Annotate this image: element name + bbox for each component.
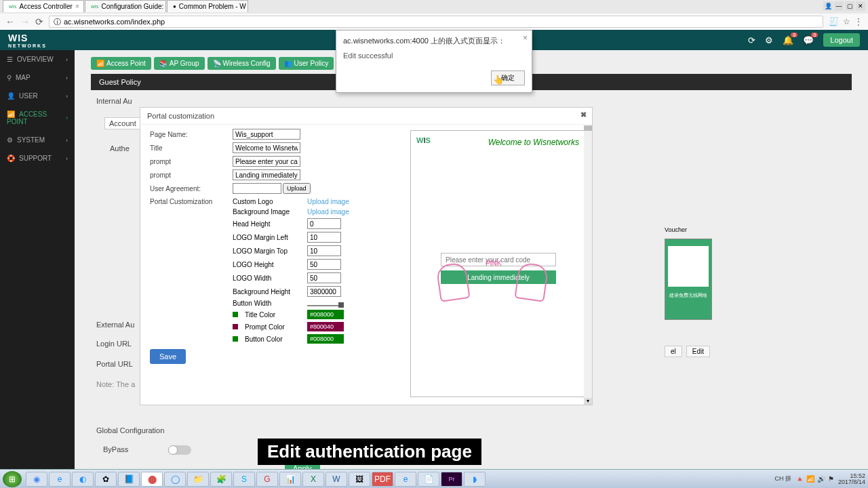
title-color-value[interactable]: #008000 [307, 310, 344, 319]
logo-margin-top-input[interactable] [307, 245, 341, 256]
explorer-icon[interactable]: 📁 [187, 472, 209, 487]
dialog-title: Portal customization ✖ [140, 108, 592, 125]
volume-icon[interactable]: 🔊 [817, 475, 825, 483]
app-icon[interactable]: 📄 [418, 472, 439, 487]
alert-close-icon[interactable]: × [523, 33, 528, 43]
ie-icon[interactable]: e [395, 472, 416, 487]
browser-tab-1[interactable]: wis Configuration Guide: × [85, 0, 166, 12]
scrollbar-thumb[interactable] [584, 125, 592, 131]
app-icon[interactable]: 🧩 [210, 472, 232, 487]
chevron-right-icon: › [66, 155, 68, 162]
window-maximize-icon[interactable]: ▢ [845, 1, 854, 11]
dialog-close-icon[interactable]: ✖ [580, 110, 587, 119]
pill-ap-group[interactable]: 📚 AP Group [154, 57, 205, 70]
sidebar-item-system[interactable]: ⚙SYSTEM› [0, 131, 75, 149]
window-user-icon[interactable]: 👤 [823, 1, 833, 11]
app-icon[interactable]: ◗ [464, 472, 486, 487]
page-name-label: Page Name: [150, 131, 233, 138]
head-height-input[interactable] [307, 218, 341, 229]
tray-icon[interactable]: 🔺 [795, 475, 804, 483]
alerts-icon[interactable]: 🔔0 [783, 35, 793, 45]
ie-icon[interactable]: e [49, 472, 71, 487]
internal-auth-label: Internal Au [96, 97, 132, 105]
sidebar-label: USER [19, 92, 38, 100]
logo-width-input[interactable] [307, 272, 341, 283]
logo-margin-left-input[interactable] [307, 232, 341, 243]
upload-button[interactable]: Upload [283, 183, 311, 194]
save-button[interactable]: Save [150, 349, 186, 364]
scroll-down-icon[interactable]: ▾ [584, 398, 592, 405]
voucher-preview: 建录免费无线网络 [665, 239, 712, 320]
logo-margin-left-label: LOGO Margin Left [233, 234, 307, 241]
pill-wireless-config[interactable]: 📡 Wireless Config [208, 57, 276, 70]
back-icon[interactable]: ← [5, 16, 15, 27]
pill-user-policy[interactable]: 👥 User Policy [279, 57, 334, 70]
pill-access-point[interactable]: 📶 Access Point [91, 57, 151, 70]
app-icon[interactable]: ◯ [164, 472, 186, 487]
preview-box: WIS Welcome to Wisnetworks PINK Landing … [410, 130, 587, 397]
app-icon[interactable]: 📘 [118, 472, 140, 487]
premiere-icon[interactable]: Pr [441, 472, 462, 487]
prompt-color-value[interactable]: #800040 [307, 322, 344, 331]
network-icon[interactable]: 📶 [806, 475, 814, 483]
url-input[interactable]: ⓘ ac.wisnetworks.com/index.php [49, 16, 823, 28]
bypass-toggle[interactable] [168, 445, 191, 455]
menu-icon[interactable]: ⋮ [854, 17, 863, 26]
app-icon[interactable]: ◐ [72, 472, 94, 487]
app-icon[interactable]: G [256, 472, 278, 487]
reload-icon[interactable]: ⟳ [35, 16, 43, 27]
settings-icon[interactable]: ⚙ [765, 35, 773, 45]
user-icon: 👤 [7, 92, 15, 100]
sidebar-item-support[interactable]: 🛟SUPPORT› [0, 149, 75, 167]
excel-icon[interactable]: X [302, 472, 324, 487]
refresh-icon[interactable]: ⟳ [748, 35, 755, 45]
account-tab[interactable]: Account [104, 117, 141, 129]
skype-icon[interactable]: S [233, 472, 255, 487]
messages-icon[interactable]: 💬0 [803, 35, 814, 45]
title-color-swatch [233, 312, 238, 317]
prompt1-input[interactable] [233, 156, 300, 167]
note-text: Note: The a [96, 380, 135, 388]
sidebar-item-access-point[interactable]: 📶ACCESS POINT› [0, 105, 75, 131]
button-width-slider[interactable] [307, 305, 341, 306]
dialog-scrollbar[interactable]: ▾ [584, 125, 592, 405]
browser-tab-0[interactable]: wis Access Controller × [3, 0, 84, 12]
ua-input[interactable] [233, 183, 281, 194]
voucher-el-button[interactable]: el [665, 346, 682, 357]
sidebar-item-user[interactable]: 👤USER› [0, 87, 75, 105]
star-icon[interactable]: ☆ [843, 17, 850, 26]
app-icon[interactable]: ✿ [95, 472, 117, 487]
ime-indicator[interactable]: CH 拼 [774, 474, 791, 483]
logo-height-input[interactable] [307, 259, 341, 270]
dialog-title-text: Portal customization [147, 112, 214, 120]
app-icon[interactable]: ⬤ [141, 472, 163, 487]
tab-close-icon[interactable]: × [75, 3, 79, 10]
button-width-label: Button Width [233, 300, 307, 307]
bg-height-input[interactable] [307, 286, 341, 297]
forward-icon[interactable]: → [20, 16, 30, 27]
upload-logo-link[interactable]: Upload image [307, 198, 349, 205]
app-icon[interactable]: 🖼 [349, 472, 370, 487]
clock-date[interactable]: 2017/8/14 [838, 479, 865, 485]
flag-icon[interactable]: ⚑ [828, 475, 834, 483]
logout-button[interactable]: Logout [823, 33, 860, 47]
upload-bg-link[interactable]: Upload image [307, 208, 349, 216]
start-button[interactable]: ⊞ [3, 471, 22, 487]
voucher-edit-button[interactable]: Edit [686, 346, 710, 357]
chrome-icon[interactable]: ◉ [26, 472, 47, 487]
sidebar-item-map[interactable]: ⚲MAP› [0, 68, 75, 87]
cursor-icon: 👆 [493, 75, 504, 85]
sidebar-item-overview[interactable]: ☰OVERVIEW› [0, 50, 75, 68]
window-minimize-icon[interactable]: — [834, 1, 844, 11]
title-input[interactable] [233, 142, 300, 153]
translate-icon[interactable]: 🧾 [829, 17, 839, 26]
prompt2-input[interactable] [233, 169, 300, 180]
page-name-input[interactable] [233, 129, 300, 140]
app-icon[interactable]: 📊 [279, 472, 301, 487]
word-icon[interactable]: W [326, 472, 347, 487]
pdf-icon[interactable]: PDF [372, 472, 393, 487]
button-color-value[interactable]: #008000 [307, 334, 344, 344]
window-close-icon[interactable]: ✕ [856, 1, 865, 11]
pink-text: PINK [486, 260, 502, 267]
browser-tab-2[interactable]: ● Common Problem - W × [167, 0, 248, 12]
